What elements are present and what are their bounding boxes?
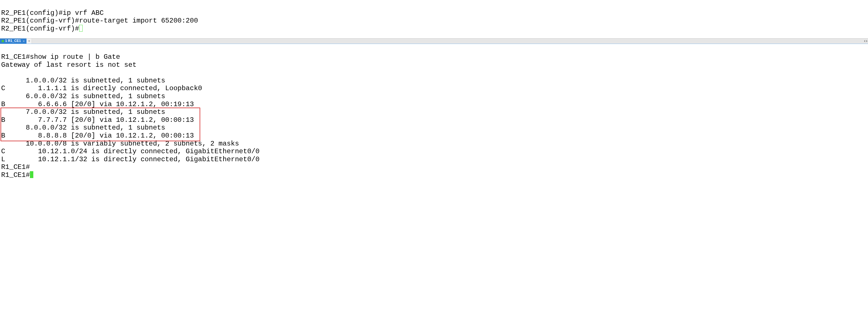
terminal-line: R1_CE1# — [1, 171, 30, 179]
terminal-line — [1, 69, 5, 77]
route-line: 6.0.0.0/32 is subnetted, 1 subnets — [1, 92, 165, 100]
route-line: B 8.8.8.8 [20/0] via 10.12.1.2, 00:00:13 — [1, 132, 194, 139]
terminal-line: R1_CE1#show ip route | b Gate — [1, 53, 120, 61]
route-line: L 10.12.1.1/32 is directly connected, Gi… — [1, 156, 259, 163]
top-terminal[interactable]: R2_PE1(config)#ip vrf ABC R2_PE1(config-… — [0, 0, 868, 36]
terminal-line: R2_PE1(config-vrf)# — [1, 25, 79, 32]
route-line: 7.0.0.0/32 is subnetted, 1 subnets — [1, 108, 165, 116]
route-line: 1.0.0.0/32 is subnetted, 1 subnets — [1, 77, 165, 84]
status-dot-icon — [2, 40, 4, 42]
tab-r1-ce1[interactable]: 1 R1_CE1 × — [0, 38, 27, 44]
terminal-line: R2_PE1(config-vrf)#route-target import 6… — [1, 17, 198, 25]
tab-label: 1 R1_CE1 — [5, 39, 21, 43]
cursor-icon — [30, 171, 33, 178]
terminal-line: Gateway of last resort is not set — [1, 61, 136, 69]
close-icon[interactable]: × — [22, 39, 25, 43]
route-line: B 6.6.6.6 [20/0] via 10.12.1.2, 00:19:13 — [1, 101, 194, 108]
tab-bar-overflow[interactable] — [32, 38, 868, 44]
terminal-line: R1_CE1# — [1, 163, 30, 171]
bottom-terminal[interactable]: R1_CE1#show ip route | b Gate Gateway of… — [0, 44, 868, 182]
route-line: 8.0.0.0/32 is subnetted, 1 subnets — [1, 124, 165, 132]
route-line: B 7.7.7.7 [20/0] via 10.12.1.2, 00:00:13 — [1, 116, 194, 124]
terminal-line: R2_PE1(config)#ip vrf ABC — [1, 9, 104, 17]
cursor-icon — [79, 25, 83, 32]
route-line: C 1.1.1.1 is directly connected, Loopbac… — [1, 84, 202, 92]
tab-bar: 1 R1_CE1 × + — [0, 38, 868, 44]
route-line: 10.0.0.0/8 is variably subnetted, 2 subn… — [1, 140, 239, 147]
add-tab-button[interactable]: + — [27, 38, 32, 44]
route-line: C 10.12.1.0/24 is directly connected, Gi… — [1, 147, 259, 155]
